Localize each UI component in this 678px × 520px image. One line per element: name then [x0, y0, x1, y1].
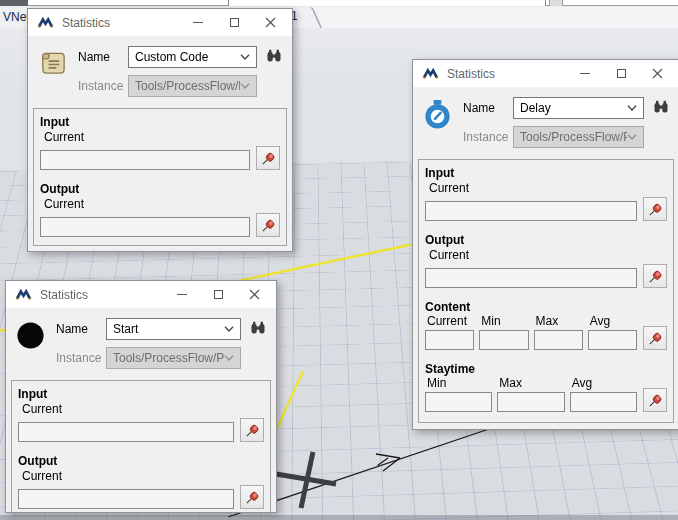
pin-button[interactable] — [256, 213, 280, 237]
section-title: Output — [40, 182, 280, 196]
input-section: Input Current — [425, 166, 667, 221]
start-circle-icon — [15, 320, 46, 351]
toolbar-text-field[interactable] — [228, 0, 546, 6]
titlebar[interactable]: Statistics — [6, 281, 276, 308]
name-label: Name — [78, 50, 128, 64]
close-button[interactable] — [639, 61, 675, 86]
content-avg-field[interactable] — [588, 330, 637, 350]
pushpin-icon — [244, 422, 261, 439]
instance-row: Instance Tools/ProcessFlow/Proces: — [78, 75, 284, 97]
input-current-field[interactable] — [40, 150, 250, 170]
instance-value: Tools/ProcessFlow/Proces: — [135, 79, 240, 93]
pin-button[interactable] — [643, 326, 667, 350]
chevron-down-icon — [240, 83, 250, 89]
pushpin-icon — [647, 392, 664, 409]
staytime-avg-field[interactable] — [570, 392, 637, 412]
output-current-field[interactable] — [425, 268, 637, 288]
content-min-field[interactable] — [479, 330, 528, 350]
statistics-window-delay: Statistics Name Delay — [412, 59, 678, 430]
titlebar[interactable]: Statistics — [28, 9, 292, 36]
input-section: Input Current — [40, 115, 280, 170]
minimize-button[interactable] — [180, 10, 216, 35]
minimize-button[interactable] — [164, 282, 200, 307]
field-label: Current — [429, 248, 667, 262]
pushpin-icon — [260, 150, 277, 167]
titlebar[interactable]: Statistics — [413, 60, 678, 87]
flexsim-logo-icon — [422, 66, 439, 81]
toolbar-mini-button[interactable] — [549, 0, 563, 6]
input-current-field[interactable] — [425, 201, 637, 221]
section-title: Content — [425, 300, 667, 314]
name-value: Start — [113, 322, 224, 336]
instance-row: Instance Tools/ProcessFlow/Proces: — [463, 126, 671, 148]
instance-value: Tools/ProcessFlow/Proces: — [520, 130, 627, 144]
minimize-button[interactable] — [567, 61, 603, 86]
header-section: Name Delay Instance — [413, 87, 678, 157]
chevron-down-icon — [627, 105, 637, 111]
field-label: Current — [425, 314, 474, 328]
staytime-section: Staytime Min Max Avg — [425, 362, 667, 412]
chevron-down-icon — [224, 355, 234, 361]
field-label: Current — [22, 469, 264, 483]
statistics-window-start: Statistics Name Start — [5, 280, 277, 513]
maximize-button[interactable] — [603, 61, 639, 86]
output-current-field[interactable] — [40, 217, 250, 237]
close-button[interactable] — [252, 10, 288, 35]
pin-button[interactable] — [240, 418, 264, 442]
field-label: Min — [425, 376, 492, 390]
close-icon — [249, 289, 260, 300]
name-dropdown[interactable]: Custom Code — [128, 46, 257, 68]
header-section: Name Start Instance — [6, 308, 276, 378]
pin-button[interactable] — [643, 264, 667, 288]
staytime-max-field[interactable] — [497, 392, 564, 412]
output-current-field[interactable] — [18, 489, 234, 509]
name-row: Name Start — [56, 318, 268, 340]
section-title: Staytime — [425, 362, 667, 376]
maximize-button[interactable] — [200, 282, 236, 307]
window-title: Statistics — [40, 288, 164, 302]
field-label: Min — [479, 314, 528, 328]
name-value: Custom Code — [135, 50, 240, 64]
output-section: Output Current — [40, 182, 280, 237]
input-section: Input Current — [18, 387, 264, 442]
pin-button[interactable] — [240, 485, 264, 509]
pushpin-icon — [647, 201, 664, 218]
binoculars-icon — [265, 47, 283, 64]
output-section: Output Current — [18, 454, 264, 509]
instance-dropdown: Tools/ProcessFlow/Proces: — [513, 126, 644, 148]
find-button[interactable] — [650, 98, 671, 118]
pushpin-icon — [260, 217, 277, 234]
chevron-down-icon — [627, 134, 637, 140]
custom-code-scroll-icon — [37, 48, 68, 79]
content-current-field[interactable] — [425, 330, 474, 350]
pushpin-icon — [647, 268, 664, 285]
find-button[interactable] — [263, 47, 284, 67]
instance-dropdown: Tools/ProcessFlow/Proces: — [106, 347, 241, 369]
section-title: Output — [425, 233, 667, 247]
binoculars-icon — [249, 319, 267, 336]
staytime-min-field[interactable] — [425, 392, 492, 412]
content-max-field[interactable] — [534, 330, 583, 350]
instance-label: Instance — [78, 79, 128, 93]
instance-dropdown: Tools/ProcessFlow/Proces: — [128, 75, 257, 97]
pin-button[interactable] — [256, 146, 280, 170]
header-section: Name Custom Code Instance — [28, 36, 292, 106]
input-current-field[interactable] — [18, 422, 234, 442]
section-title: Input — [18, 387, 264, 401]
binoculars-icon — [652, 98, 670, 115]
find-button[interactable] — [247, 319, 268, 339]
chevron-down-icon — [240, 54, 250, 60]
statistics-panel: Input Current Output Current — [418, 159, 674, 423]
output-section: Output Current — [425, 233, 667, 288]
name-label: Name — [56, 322, 106, 336]
maximize-button[interactable] — [216, 10, 252, 35]
pin-button[interactable] — [643, 197, 667, 221]
instance-label: Instance — [463, 130, 513, 144]
pin-button[interactable] — [643, 388, 667, 412]
name-row: Name Delay — [463, 97, 671, 119]
close-button[interactable] — [236, 282, 272, 307]
name-dropdown[interactable]: Start — [106, 318, 241, 340]
name-label: Name — [463, 101, 513, 115]
name-dropdown[interactable]: Delay — [513, 97, 644, 119]
field-label: Max — [534, 314, 583, 328]
